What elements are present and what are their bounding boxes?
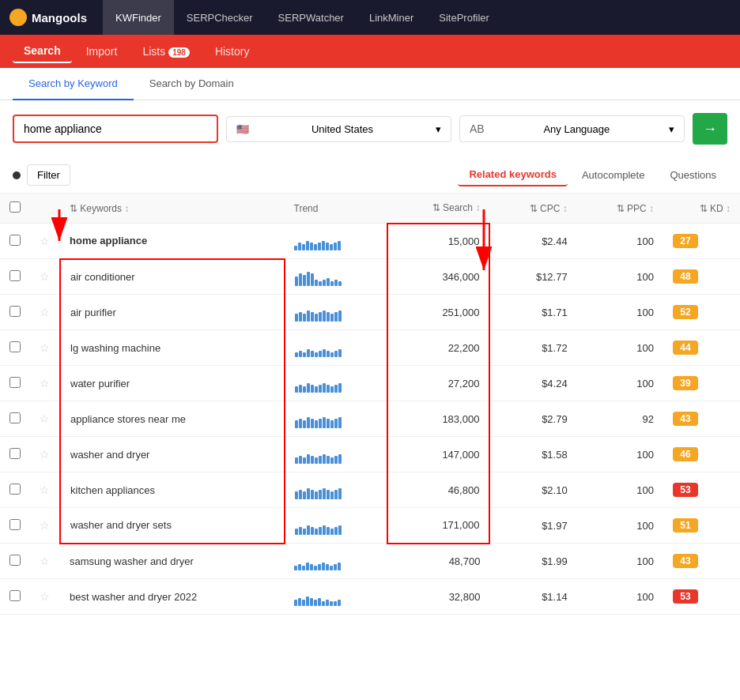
table-row: ☆ kitchen appliances 46,800 $2.10 100 53 — [0, 472, 740, 508]
trend-cell — [285, 224, 387, 259]
kd-cell: 39 — [663, 366, 740, 401]
trend-chart — [294, 231, 377, 250]
nav-linkminer[interactable]: LinkMiner — [357, 0, 426, 35]
trend-chart — [295, 516, 377, 535]
col-header-keywords[interactable]: ⇅ Keywords — [60, 194, 285, 224]
trend-cell — [285, 579, 387, 615]
language-selector[interactable]: AB Any Language ▾ — [459, 115, 685, 142]
search-input-wrapper — [13, 115, 218, 143]
row-checkbox[interactable] — [9, 484, 21, 495]
filter-button[interactable]: Filter — [27, 164, 70, 186]
keyword-cell[interactable]: washer and dryer — [60, 437, 285, 472]
trend-chart — [295, 409, 377, 428]
keyword-cell[interactable]: home appliance — [60, 224, 285, 259]
table-row: ☆ lg washing machine 22,200 $1.72 100 44 — [0, 330, 740, 366]
cpc-cell: $1.58 — [489, 437, 576, 472]
col-header-cpc[interactable]: ⇅ CPC — [489, 194, 576, 224]
col-header-ppc[interactable]: ⇅ PPC — [577, 194, 663, 224]
subnav-search[interactable]: Search — [13, 40, 72, 63]
top-navigation: Mangools KWFinder SERPChecker SERPWatche… — [0, 0, 740, 35]
trend-cell — [285, 330, 387, 366]
row-checkbox[interactable] — [9, 341, 21, 352]
search-volume-cell: 32,800 — [387, 579, 490, 615]
keyword-cell[interactable]: samsung washer and dryer — [60, 544, 285, 579]
subnav-history[interactable]: History — [204, 40, 261, 62]
row-checkbox[interactable] — [9, 235, 21, 246]
table-row: ☆ appliance stores near me 183,000 $2.79… — [0, 401, 740, 437]
search-volume-cell: 15,000 — [387, 224, 490, 259]
chevron-down-icon: ▾ — [669, 123, 674, 135]
keyword-cell[interactable]: appliance stores near me — [60, 401, 285, 437]
favorite-star[interactable]: ☆ — [40, 519, 50, 532]
subnav-import[interactable]: Import — [75, 40, 129, 62]
row-checkbox[interactable] — [9, 270, 21, 281]
trend-chart — [295, 445, 377, 464]
country-label: United States — [311, 123, 373, 135]
row-checkbox[interactable] — [9, 448, 21, 459]
search-volume-cell: 22,200 — [387, 330, 490, 366]
row-checkbox[interactable] — [9, 306, 21, 317]
cpc-cell: $1.97 — [489, 508, 576, 544]
row-checkbox[interactable] — [9, 519, 21, 530]
tab-search-by-domain[interactable]: Search by Domain — [134, 68, 250, 100]
tab-questions[interactable]: Questions — [659, 164, 727, 186]
country-selector[interactable]: 🇺🇸 United States ▾ — [226, 116, 451, 142]
favorite-star[interactable]: ☆ — [40, 306, 50, 318]
keyword-type-tabs: Related keywords Autocomplete Questions — [458, 164, 727, 186]
trend-cell — [285, 401, 387, 437]
keyword-cell[interactable]: washer and dryer sets — [60, 508, 285, 544]
keyword-cell[interactable]: kitchen appliances — [60, 472, 285, 508]
trend-cell — [285, 544, 387, 579]
trend-chart — [295, 267, 377, 286]
nav-siteprofiler[interactable]: SiteProfiler — [426, 0, 502, 35]
search-volume-cell: 46,800 — [387, 472, 490, 508]
favorite-star[interactable]: ☆ — [40, 235, 50, 247]
favorite-star[interactable]: ☆ — [40, 341, 50, 354]
col-header-search[interactable]: ⇅ Search — [387, 194, 490, 224]
tab-search-by-keyword[interactable]: Search by Keyword — [13, 68, 134, 100]
ppc-cell: 100 — [577, 472, 663, 508]
favorite-star[interactable]: ☆ — [40, 377, 50, 390]
kd-cell: 27 — [663, 224, 740, 259]
keyword-cell[interactable]: air purifier — [60, 295, 285, 330]
favorite-star[interactable]: ☆ — [40, 448, 50, 461]
search-go-button[interactable]: → — [693, 113, 727, 145]
kd-cell: 48 — [663, 259, 740, 295]
cpc-cell: $2.44 — [489, 224, 576, 259]
keyword-cell[interactable]: lg washing machine — [60, 330, 285, 366]
row-checkbox[interactable] — [9, 412, 21, 423]
table-row: ☆ air conditioner 346,000 $12.77 100 48 — [0, 259, 740, 295]
keyword-cell[interactable]: water purifier — [60, 366, 285, 401]
row-checkbox[interactable] — [9, 377, 21, 388]
select-all-checkbox[interactable] — [9, 201, 21, 213]
cpc-cell: $2.10 — [489, 472, 576, 508]
search-input[interactable] — [24, 122, 207, 135]
favorite-star[interactable]: ☆ — [40, 270, 50, 283]
favorite-star[interactable]: ☆ — [40, 484, 50, 496]
subnav-lists[interactable]: Lists198 — [131, 40, 200, 62]
ppc-cell: 100 — [577, 544, 663, 579]
language-label: Any Language — [543, 123, 610, 135]
nav-kwfinder[interactable]: KWFinder — [103, 0, 174, 35]
logo: Mangools — [9, 9, 87, 26]
chevron-down-icon: ▾ — [436, 123, 441, 135]
nav-serpwatcher[interactable]: SERPWatcher — [266, 0, 357, 35]
tab-related-keywords[interactable]: Related keywords — [458, 164, 568, 186]
favorite-star[interactable]: ☆ — [40, 555, 50, 567]
keyword-cell[interactable]: air conditioner — [60, 259, 285, 295]
nav-serpchecker[interactable]: SERPChecker — [174, 0, 266, 35]
favorite-star[interactable]: ☆ — [40, 412, 50, 425]
ppc-cell: 100 — [577, 437, 663, 472]
cpc-cell: $1.99 — [489, 544, 576, 579]
tab-autocomplete[interactable]: Autocomplete — [571, 164, 656, 186]
favorite-star[interactable]: ☆ — [40, 590, 50, 603]
row-checkbox[interactable] — [9, 555, 21, 566]
ppc-cell: 100 — [577, 508, 663, 544]
col-header-kd[interactable]: ⇅ KD — [663, 194, 740, 224]
main-content: Search by Keyword Search by Domain 🇺🇸 Un… — [0, 68, 740, 700]
cpc-cell: $1.14 — [489, 579, 576, 615]
search-volume-cell: 346,000 — [387, 259, 490, 295]
keyword-cell[interactable]: best washer and dryer 2022 — [60, 579, 285, 615]
row-checkbox[interactable] — [9, 590, 21, 601]
app-container: Mangools KWFinder SERPChecker SERPWatche… — [0, 0, 740, 700]
